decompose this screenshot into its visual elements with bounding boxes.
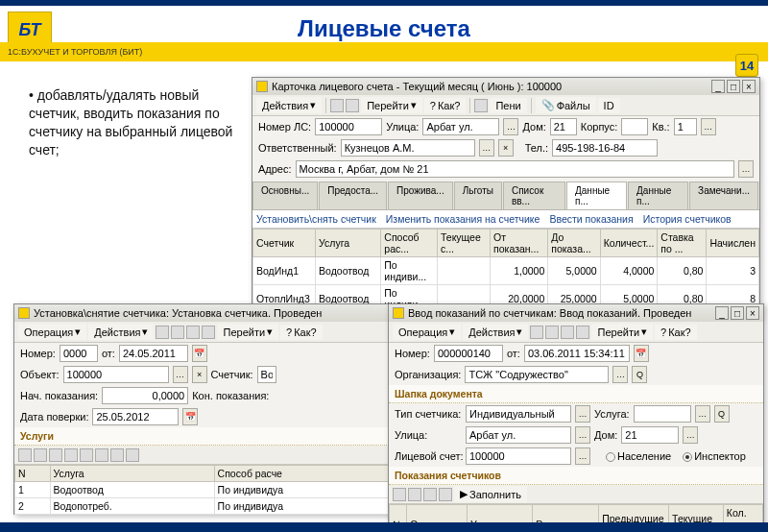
column-header[interactable]: От показан... [491, 230, 548, 257]
icon[interactable] [576, 326, 589, 339]
link-history[interactable]: История счетчиков [643, 213, 732, 225]
table-row[interactable]: 1ВодоотводПо индивидуа [15, 482, 396, 498]
save-icon[interactable] [330, 99, 344, 112]
delete-icon[interactable] [64, 448, 78, 462]
table-row[interactable]: ВодИнд1ВодоотводПо индиви...1,00005,0000… [253, 257, 759, 285]
datetime-field[interactable] [524, 345, 630, 362]
save-icon[interactable] [530, 326, 543, 339]
tool-icon[interactable] [474, 99, 488, 112]
go-menu[interactable]: Перейти ▾ [591, 324, 653, 340]
close-button[interactable]: × [746, 306, 759, 320]
column-header[interactable]: Ставка по ... [658, 230, 707, 257]
responsible-field[interactable] [341, 139, 475, 157]
table-row[interactable]: 2Водопотреб.По индивидуа [15, 498, 396, 515]
street-field[interactable] [422, 118, 499, 135]
icon[interactable] [561, 326, 574, 339]
actions-menu[interactable]: Действия ▾ [256, 97, 322, 113]
go-menu[interactable]: Перейти ▾ [361, 97, 422, 113]
corp-field[interactable] [621, 118, 648, 135]
up-icon[interactable] [80, 448, 93, 462]
open-button[interactable]: Q [632, 366, 647, 383]
icon[interactable] [171, 326, 184, 339]
actions-menu[interactable]: Действия ▾ [88, 324, 154, 340]
maximize-button[interactable]: □ [727, 80, 740, 93]
add-icon[interactable] [18, 448, 32, 462]
column-header[interactable]: Начислен [707, 230, 759, 257]
calendar-icon[interactable]: 📅 [182, 408, 198, 425]
sort-az-icon[interactable] [423, 488, 437, 501]
link-change-readings[interactable]: Изменить показания на счетчике [386, 213, 540, 225]
radio-inspector[interactable]: Инспектор [683, 450, 746, 462]
copy-icon[interactable] [34, 448, 47, 462]
column-header[interactable]: Текущее с... [437, 230, 490, 257]
tab[interactable]: Данные п... [628, 181, 688, 209]
house-field[interactable] [550, 118, 577, 135]
help-button[interactable]: ? Как? [424, 98, 467, 113]
address-field[interactable] [296, 160, 734, 178]
down-icon[interactable] [95, 448, 108, 462]
lookup-button[interactable]: … [575, 447, 590, 465]
column-header[interactable]: N [15, 466, 51, 482]
lookup-button[interactable]: … [695, 405, 710, 423]
lookup-button[interactable]: … [503, 118, 518, 135]
tel-field[interactable] [552, 139, 658, 157]
open-button[interactable]: Q [714, 405, 730, 423]
number-field[interactable] [434, 345, 503, 362]
add-icon[interactable] [393, 488, 406, 501]
tab[interactable]: Прожива... [388, 181, 453, 209]
edit-icon[interactable] [49, 448, 62, 462]
clear-button[interactable]: × [498, 139, 514, 157]
help-button[interactable]: ? Как? [280, 325, 323, 340]
street-field[interactable] [466, 426, 571, 444]
id-button[interactable]: ID [598, 98, 620, 113]
column-header[interactable]: Услуга [316, 230, 381, 257]
lookup-button[interactable]: … [173, 366, 188, 383]
column-header[interactable]: Счетчик [253, 230, 316, 257]
files-button[interactable]: 📎 Файлы [536, 97, 596, 113]
lookup-button[interactable]: … [612, 366, 628, 383]
operation-menu[interactable]: Операция ▾ [393, 324, 461, 340]
icon[interactable] [545, 326, 559, 339]
lookup-button[interactable]: … [738, 160, 754, 178]
icon[interactable] [186, 326, 200, 339]
tab[interactable]: Предоста... [319, 181, 387, 209]
link-enter-readings[interactable]: Ввести показания [549, 213, 633, 225]
icon[interactable] [202, 326, 215, 339]
sort-za-icon[interactable] [439, 488, 452, 501]
actions-menu[interactable]: Действия ▾ [463, 324, 528, 340]
lookup-button[interactable]: … [575, 426, 590, 444]
radio-population[interactable]: Население [606, 450, 671, 462]
help-button[interactable]: ? Как? [655, 325, 697, 340]
minimize-button[interactable]: _ [711, 80, 725, 93]
column-header[interactable]: Услуга [50, 466, 214, 482]
column-header[interactable]: Способ рас... [381, 230, 438, 257]
lookup-button[interactable]: … [683, 426, 698, 444]
link-install-counter[interactable]: Установить\снять счетчик [256, 213, 376, 225]
calendar-icon[interactable]: 📅 [192, 345, 207, 362]
column-header[interactable]: Способ расче [214, 466, 396, 482]
column-header[interactable]: До показа... [548, 230, 600, 257]
go-menu[interactable]: Перейти ▾ [217, 324, 278, 340]
save-icon[interactable] [156, 326, 169, 339]
minimize-button[interactable]: _ [715, 306, 729, 320]
check-date-field[interactable] [92, 408, 179, 425]
start-reading-field[interactable] [102, 387, 188, 404]
operation-menu[interactable]: Операция ▾ [18, 324, 86, 340]
tab[interactable]: Данные п... [566, 181, 627, 209]
account-number-field[interactable] [315, 118, 382, 135]
date-field[interactable] [119, 345, 188, 362]
tab[interactable]: Льготы [454, 181, 502, 209]
column-header[interactable]: Количест... [600, 230, 658, 257]
sort-za-icon[interactable] [126, 448, 139, 462]
lookup-button[interactable]: … [479, 139, 494, 157]
lookup-button[interactable]: … [575, 405, 590, 423]
object-field[interactable] [63, 366, 169, 383]
org-field[interactable] [465, 366, 609, 383]
clear-button[interactable]: × [192, 366, 207, 383]
maximize-button[interactable]: □ [731, 306, 744, 320]
print-icon[interactable] [346, 99, 359, 112]
delete-icon[interactable] [408, 488, 421, 501]
tab[interactable]: Замечани... [689, 181, 758, 209]
house-field[interactable] [621, 426, 679, 444]
service-field[interactable] [634, 405, 691, 423]
